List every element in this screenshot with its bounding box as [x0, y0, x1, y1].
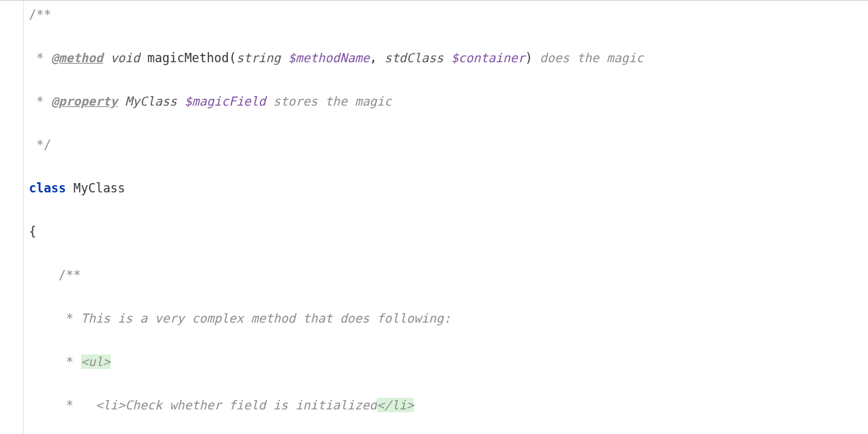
doc-star: *: [29, 94, 51, 109]
param-type: string: [237, 51, 289, 65]
html-tag-li-open: <li>: [95, 398, 125, 412]
doc-summary: This is a very complex method that does …: [81, 311, 451, 326]
doc-star: *: [29, 398, 95, 412]
property-var: $magicField: [184, 94, 266, 109]
class-name: MyClass: [73, 181, 125, 195]
doc-description: does the magic: [532, 51, 644, 65]
return-type: void: [111, 51, 140, 65]
doc-star: *: [29, 354, 81, 369]
code-editor[interactable]: /** * @method void magicMethod(string $m…: [0, 0, 868, 434]
param-var: $methodName: [288, 51, 370, 65]
doc-list-item: Check whether field is initialized: [125, 398, 377, 412]
method-name: magicMethod: [140, 51, 229, 65]
docblock-open: /**: [59, 268, 81, 282]
brace-open: {: [29, 224, 36, 239]
html-tag-li-close: </li>: [377, 398, 414, 412]
doc-star: *: [29, 311, 81, 326]
docblock-open: /**: [29, 7, 51, 22]
docblock-close: */: [29, 137, 51, 152]
editor-gutter: [0, 1, 24, 434]
code-block: /** * @method void magicMethod(string $m…: [29, 4, 868, 434]
param-type: stdClass: [384, 51, 451, 65]
doc-star: *: [29, 51, 51, 65]
doctag-property: @property: [51, 94, 118, 109]
html-tag-ul: <ul>: [81, 354, 111, 369]
param-var: $container: [451, 51, 525, 65]
doc-description: stores the magic: [266, 94, 392, 109]
property-type: MyClass: [125, 94, 184, 109]
doctag-method: @method: [51, 51, 103, 65]
keyword-class: class: [29, 181, 66, 195]
